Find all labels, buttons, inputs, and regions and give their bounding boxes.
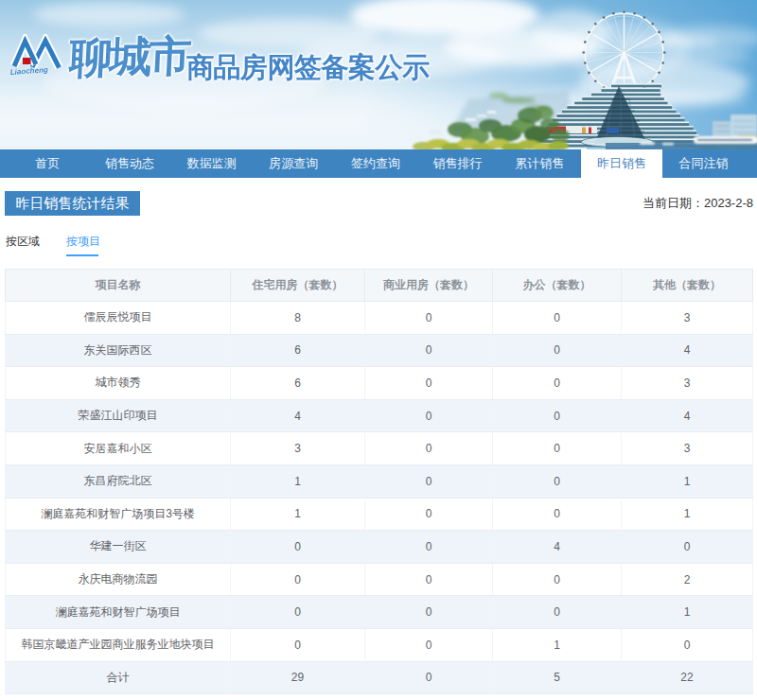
svg-text:Liaocheng: Liaocheng — [10, 65, 49, 77]
